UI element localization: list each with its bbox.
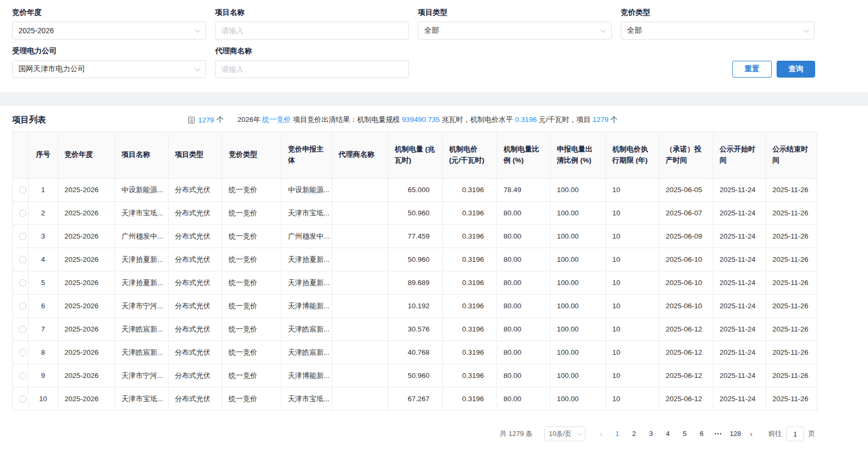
table-cell xyxy=(332,295,388,318)
table-cell: 8 xyxy=(29,341,58,364)
table-header-row: 序号竞价年度项目名称项目类型竞价类型竞价申报主体代理商名称机制电量 (兆瓦时)机… xyxy=(13,132,817,178)
page-size-select[interactable]: 10条/页 xyxy=(544,426,585,441)
table-cell: 0.3196 xyxy=(443,271,497,295)
table-cell: 2025-11-24 xyxy=(713,341,766,364)
table-cell: 40.768 xyxy=(388,341,443,364)
table-row: 102025-2026天津市宝坻...分布式光伏统一竞价天津市宝坻...67.2… xyxy=(13,387,817,411)
table-cell: 80.00 xyxy=(497,271,550,295)
table-cell xyxy=(332,341,388,364)
summary-text: 2026年 xyxy=(238,116,263,124)
radio-cell xyxy=(13,202,29,225)
column-header: 代理商名称 xyxy=(332,132,388,178)
table-cell: 100.00 xyxy=(550,225,606,248)
table-cell: 2025-11-24 xyxy=(713,178,766,202)
table-cell: 2025-06-12 xyxy=(659,364,713,387)
table-cell: 2025-11-26 xyxy=(766,387,817,411)
row-radio[interactable] xyxy=(19,349,26,356)
page-number[interactable]: 3 xyxy=(643,426,659,441)
field-label: 项目名称 xyxy=(215,8,409,17)
table-cell: 100.00 xyxy=(550,295,606,318)
table-cell: 100.00 xyxy=(550,318,606,341)
filter-field-bidding-type: 竞价类型 全部 xyxy=(621,8,815,40)
table-cell: 67.267 xyxy=(388,387,443,411)
filter-grid: 竞价年度 2025-2026 项目名称 项目类型 全部 xyxy=(12,8,815,78)
table-cell: 100.00 xyxy=(550,178,606,202)
table-cell: 10 xyxy=(606,202,659,225)
page-number[interactable]: 5 xyxy=(677,426,693,441)
table-cell: 2025-2026 xyxy=(58,364,115,387)
table-cell: 2025-11-24 xyxy=(713,248,766,271)
table-cell: 2 xyxy=(29,202,58,225)
filter-section: 竞价年度 2025-2026 项目名称 项目类型 全部 xyxy=(0,0,868,92)
power-company-select[interactable]: 国网天津市电力公司 xyxy=(12,60,206,78)
summary-link[interactable]: 1279 xyxy=(593,116,609,124)
table-cell: 2025-06-12 xyxy=(659,387,713,411)
row-radio[interactable] xyxy=(19,395,26,403)
page-number[interactable]: 6 xyxy=(694,426,710,441)
table-cell: 分布式光伏 xyxy=(169,225,222,248)
row-radio[interactable] xyxy=(19,279,26,287)
table-cell: 天津博能新... xyxy=(282,295,332,318)
table-cell: 分布式光伏 xyxy=(169,318,222,341)
table-cell: 1 xyxy=(29,178,58,202)
table-cell: 80.00 xyxy=(497,248,550,271)
table-cell: 2025-2026 xyxy=(58,178,115,202)
table-row: 82025-2026天津皓宸新...分布式光伏统一竞价天津皓宸新...40.76… xyxy=(13,341,817,364)
bidding-year-select[interactable]: 2025-2026 xyxy=(12,22,206,40)
page-number[interactable]: 4 xyxy=(660,426,676,441)
table-cell: 2025-06-09 xyxy=(659,225,713,248)
table-cell: 80.00 xyxy=(497,387,550,411)
project-table: 序号竞价年度项目名称项目类型竞价类型竞价申报主体代理商名称机制电量 (兆瓦时)机… xyxy=(12,131,817,411)
table-cell: 广州穗发中... xyxy=(282,225,332,248)
pagination-pages: 123456•••128 xyxy=(609,426,744,441)
bidding-type-select[interactable]: 全部 xyxy=(621,22,815,40)
table-cell: 统一竞价 xyxy=(222,225,282,248)
row-radio[interactable] xyxy=(19,256,26,263)
table-cell: 10 xyxy=(606,387,659,411)
summary-link[interactable]: 统一竞价 xyxy=(263,116,291,124)
row-radio[interactable] xyxy=(19,302,26,310)
summary-link[interactable]: 939490.735 xyxy=(402,116,440,124)
table-cell: 统一竞价 xyxy=(222,364,282,387)
project-type-select[interactable]: 全部 xyxy=(418,22,612,40)
page-size-value: 10条/页 xyxy=(549,430,571,439)
summary-text: 元/千瓦时，项目 xyxy=(537,116,593,124)
table-cell: 2025-11-26 xyxy=(766,202,817,225)
row-radio[interactable] xyxy=(19,326,26,333)
page-jump-input[interactable] xyxy=(786,426,804,441)
page-number[interactable]: 128 xyxy=(727,426,743,441)
table-cell: 10 xyxy=(606,341,659,364)
table-cell: 2025-06-10 xyxy=(659,248,713,271)
prev-page-button[interactable]: ‹ xyxy=(594,426,609,441)
table-cell: 2025-11-24 xyxy=(713,225,766,248)
agent-name-input[interactable] xyxy=(216,61,408,78)
next-page-button[interactable]: › xyxy=(744,426,759,441)
row-radio[interactable] xyxy=(19,186,26,194)
column-header: 机制电量 (兆瓦时) xyxy=(388,132,443,178)
project-name-input[interactable] xyxy=(216,22,408,39)
table-cell: 天津市宝坻... xyxy=(115,202,169,225)
table-cell: 2025-11-26 xyxy=(766,364,817,387)
table-cell: 天津皓宸新... xyxy=(282,318,332,341)
table-cell: 100.00 xyxy=(550,271,606,295)
column-header: 项目名称 xyxy=(115,132,169,178)
table-cell: 统一竞价 xyxy=(222,248,282,271)
table-cell: 100.00 xyxy=(550,202,606,225)
row-radio[interactable] xyxy=(19,372,26,380)
summary-link[interactable]: 0.3196 xyxy=(515,116,537,124)
page-number[interactable]: 2 xyxy=(626,426,642,441)
row-radio[interactable] xyxy=(19,233,26,240)
search-button[interactable]: 查询 xyxy=(777,61,815,78)
table-cell: 统一竞价 xyxy=(222,387,282,411)
radio-cell xyxy=(13,225,29,248)
field-label: 竞价年度 xyxy=(12,8,206,17)
table-cell: 天津市宝坻... xyxy=(282,387,332,411)
row-radio[interactable] xyxy=(19,210,26,217)
page-number[interactable]: 1 xyxy=(609,426,625,441)
jump-prefix-label: 前往 xyxy=(768,429,782,439)
table-cell: 天津皓宸新... xyxy=(282,341,332,364)
count-value: 1279 xyxy=(198,116,214,124)
reset-button[interactable]: 重置 xyxy=(732,61,772,78)
column-header: 公示开始时间 xyxy=(713,132,766,178)
table-body: 12025-2026中设新能源...分布式光伏统一竞价中设新能源...65.00… xyxy=(13,178,817,411)
